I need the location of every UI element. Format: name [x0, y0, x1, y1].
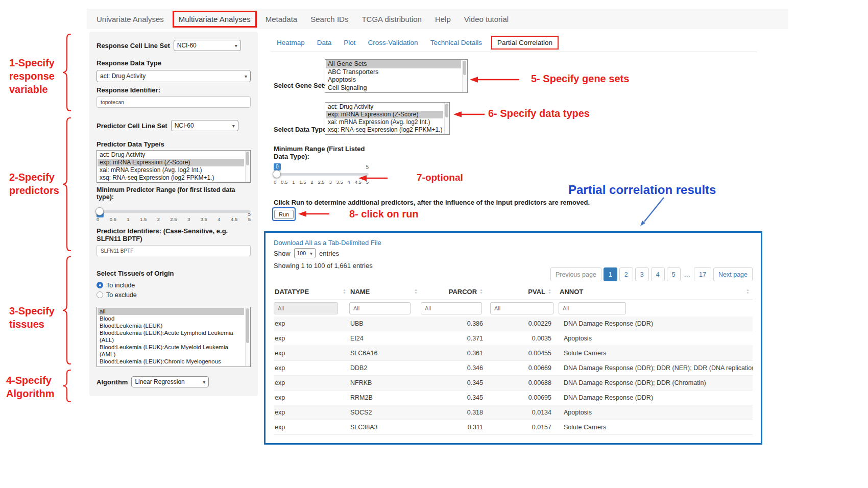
download-link[interactable]: Download All as a Tab-Delimited File — [274, 239, 381, 247]
slider-track[interactable] — [274, 173, 369, 176]
select-value: Linear Regression — [135, 378, 184, 385]
column-header-label: DATATYPE — [275, 288, 309, 296]
response-data-type-select[interactable]: act: Drug Activity ▾ — [97, 70, 251, 82]
run-instruction: Click Run to determine additional predic… — [274, 199, 600, 206]
cell-annot: Apoptosis — [559, 405, 753, 420]
cell-datatype: exp — [274, 361, 349, 375]
page-number-button[interactable]: … — [683, 267, 692, 281]
listbox-option[interactable]: Blood:Leukemia (LEUK) — [98, 322, 244, 329]
arrow-results-panel — [632, 195, 669, 231]
slider-handle[interactable] — [95, 207, 104, 215]
column-header[interactable]: NAME ▲ ▼ — [349, 283, 421, 300]
column-filter-input[interactable] — [490, 302, 553, 314]
listbox-option[interactable]: xai: mRNA Expression (Avg. log2 Int.) — [98, 166, 244, 174]
column-filter-input[interactable] — [349, 302, 411, 314]
page-number-button[interactable]: 4 — [651, 267, 665, 281]
table-row: exp RRM2B 0.345 0.00695 DNA Damage Respo… — [274, 391, 753, 405]
nav-item[interactable]: Multivariate Analyses — [173, 11, 257, 28]
listbox-option[interactable]: ABC Transporters — [326, 68, 461, 77]
slider-tick-label: 4 — [348, 179, 350, 185]
nav-item[interactable]: Search IDs — [304, 15, 355, 23]
sort-icon: ▲ ▼ — [548, 288, 551, 295]
listbox-option[interactable]: Apoptosis — [326, 76, 461, 84]
response-identifier-input[interactable] — [97, 96, 251, 108]
column-filter-input[interactable] — [274, 302, 338, 314]
nav-item[interactable]: Video tutorial — [457, 15, 515, 23]
scrollbar[interactable] — [444, 103, 449, 134]
slider-tick-label: 4.5 — [231, 216, 237, 222]
listbox-option[interactable]: xsq: RNA-seq Expression (log2 FPKM+1.) — [98, 174, 244, 182]
column-filter-input[interactable] — [421, 302, 482, 314]
slider-tick-label: 4 — [218, 216, 220, 222]
scrollbar-thumb[interactable] — [445, 104, 448, 117]
cell-datatype: exp — [274, 316, 349, 331]
listbox-option[interactable]: act: Drug Activity — [326, 103, 443, 111]
tab[interactable]: Technical Details — [424, 36, 488, 50]
page-number-button[interactable]: 17 — [694, 267, 711, 281]
scrollbar[interactable] — [245, 151, 250, 182]
tab[interactable]: Plot — [337, 36, 361, 50]
column-filter-input[interactable] — [559, 302, 626, 314]
tab[interactable]: Heatmap — [271, 36, 311, 50]
previous-page-button[interactable]: Previous page — [550, 267, 601, 281]
column-header[interactable]: PARCOR ▲ ▼ — [421, 283, 490, 300]
brace-algorithm-section — [62, 370, 73, 402]
chevron-down-icon: ▾ — [245, 74, 247, 79]
nav-item[interactable]: Metadata — [259, 15, 304, 23]
cell-annot: DNA Damage Response (DDR); DDR (NER); DD… — [559, 361, 753, 375]
next-page-button[interactable]: Next page — [713, 267, 753, 281]
page-number-button[interactable]: 1 — [604, 267, 617, 281]
page-number-button[interactable]: 3 — [635, 267, 649, 281]
nav-item[interactable]: Help — [428, 15, 457, 23]
nav-item[interactable]: Univariate Analyses — [90, 15, 171, 23]
annotation-step7: 7-optional — [417, 172, 463, 184]
response-cell-line-set-select[interactable]: NCI-60 ▾ — [174, 40, 241, 51]
listbox-option[interactable]: act: Drug Activity — [98, 151, 244, 159]
listbox-option[interactable]: xai: mRNA Expression (Avg. log2 Int.) — [326, 118, 443, 126]
column-header[interactable]: DATATYPE ▲ ▼ — [274, 283, 349, 300]
listbox-option[interactable]: Cell Signaling — [326, 84, 461, 92]
radio-label: To include — [106, 282, 135, 289]
algorithm-select[interactable]: Linear Regression ▾ — [131, 376, 209, 387]
control-sidebar: Response Cell Line Set NCI-60 ▾ Response… — [89, 32, 258, 396]
slider-handle[interactable] — [273, 170, 281, 178]
page-number-button[interactable]: 2 — [619, 267, 633, 281]
listbox-option[interactable]: Blood:Leukemia (LEUK):Acute Myeloid Leuk… — [98, 344, 244, 358]
slider-track[interactable] — [97, 210, 251, 213]
algorithm-label: Algorithm — [97, 378, 128, 386]
data-types-listbox: act: Drug Activityexp: mRNA Expression (… — [325, 102, 450, 135]
cell-name: NFRKB — [349, 376, 421, 390]
listbox-option[interactable]: xsq: RNA-seq Expression (log2 FPKM+1.) — [326, 126, 443, 134]
column-header[interactable]: PVAL ▲ ▼ — [490, 283, 559, 300]
results-table: DATATYPE ▲ ▼ NAME ▲ ▼ PARCOR ▲ ▼ — [274, 283, 753, 435]
show-entries-select[interactable]: 100 ▾ — [294, 248, 316, 258]
listbox-option[interactable]: exp: mRNA Expression (Z-Score) — [326, 111, 443, 118]
listbox-option[interactable]: All Gene Sets — [326, 60, 461, 68]
predictor-data-types-listbox: act: Drug Activityexp: mRNA Expression (… — [97, 150, 251, 183]
listbox-option[interactable]: Blood:Leukemia (LEUK):Chronic Myelogenou… — [98, 358, 244, 367]
scrollbar[interactable] — [245, 308, 250, 366]
tab[interactable]: Partial Correlation — [491, 36, 559, 50]
listbox-option[interactable]: Blood:Leukemia (LEUK):Acute Lymphoid Leu… — [98, 329, 244, 344]
predictor-cell-line-set-select[interactable]: NCI-60 ▾ — [171, 120, 238, 131]
tab[interactable]: Data — [311, 36, 338, 50]
listbox-option[interactable]: Blood — [98, 315, 244, 322]
column-header[interactable]: ANNOT ▲ ▼ — [559, 283, 753, 300]
scrollbar-thumb[interactable] — [246, 308, 249, 343]
predictor-identifiers-input[interactable] — [97, 245, 251, 256]
scrollbar-thumb[interactable] — [463, 61, 466, 75]
gene-sets-listbox: All Gene SetsABC TransportersApoptosisCe… — [325, 59, 468, 93]
tissue-origin-radio[interactable]: To exclude — [97, 290, 251, 300]
nav-item[interactable]: TCGA distribution — [355, 15, 428, 23]
tissue-origin-radio[interactable]: To include — [97, 280, 251, 290]
scrollbar-thumb[interactable] — [246, 152, 249, 165]
page-number-button[interactable]: 5 — [667, 267, 681, 281]
scrollbar[interactable] — [462, 60, 467, 92]
predictor-data-types-label: Predictor Data Type/s — [97, 140, 251, 148]
run-button[interactable]: Run — [274, 210, 294, 219]
listbox-option[interactable]: all — [98, 308, 244, 315]
radio-icon — [97, 291, 103, 298]
listbox-option[interactable]: exp: mRNA Expression (Z-Score) — [98, 159, 244, 166]
cell-parcor: 0.371 — [421, 331, 490, 346]
tab[interactable]: Cross-Validation — [362, 36, 424, 50]
